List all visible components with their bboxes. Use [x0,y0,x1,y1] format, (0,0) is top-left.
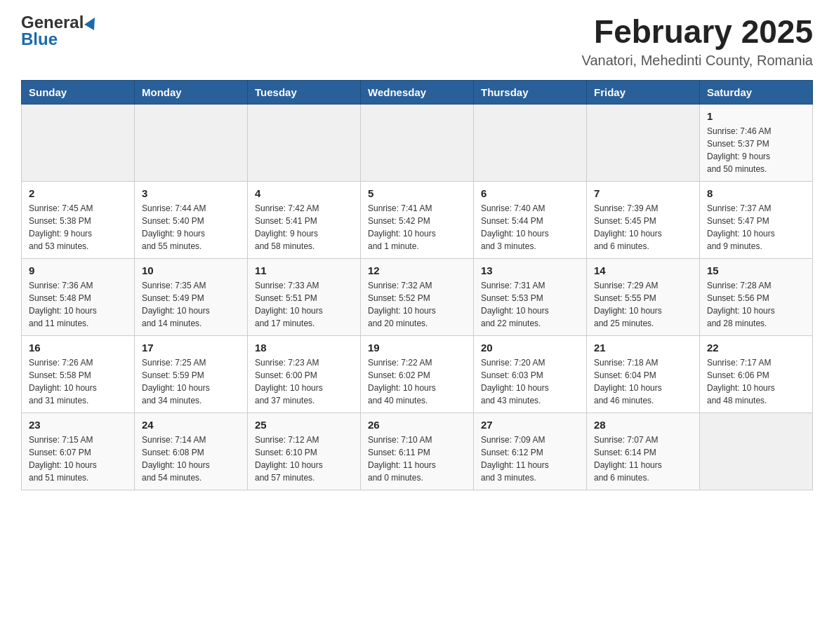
calendar-cell: 11Sunrise: 7:33 AMSunset: 5:51 PMDayligh… [248,258,361,335]
day-info: Sunrise: 7:20 AMSunset: 6:03 PMDaylight:… [481,356,579,407]
calendar-cell: 22Sunrise: 7:17 AMSunset: 6:06 PMDayligh… [700,335,813,412]
day-number: 25 [255,419,353,431]
day-info: Sunrise: 7:29 AMSunset: 5:55 PMDaylight:… [594,279,692,330]
calendar-cell: 24Sunrise: 7:14 AMSunset: 6:08 PMDayligh… [135,412,248,490]
calendar-table: SundayMondayTuesdayWednesdayThursdayFrid… [21,80,813,490]
day-info: Sunrise: 7:45 AMSunset: 5:38 PMDaylight:… [29,202,127,253]
day-number: 21 [594,342,692,354]
day-number: 15 [707,264,805,276]
calendar-cell: 13Sunrise: 7:31 AMSunset: 5:53 PMDayligh… [474,258,587,335]
day-info: Sunrise: 7:09 AMSunset: 6:12 PMDaylight:… [481,434,579,484]
day-info: Sunrise: 7:39 AMSunset: 5:45 PMDaylight:… [594,202,692,253]
day-number: 20 [481,342,579,354]
calendar-cell: 5Sunrise: 7:41 AMSunset: 5:42 PMDaylight… [361,181,474,258]
day-number: 8 [707,187,805,199]
calendar-cell: 10Sunrise: 7:35 AMSunset: 5:49 PMDayligh… [135,258,248,335]
calendar-cell: 9Sunrise: 7:36 AMSunset: 5:48 PMDaylight… [22,258,135,335]
day-info: Sunrise: 7:31 AMSunset: 5:53 PMDaylight:… [481,279,579,330]
day-number: 4 [255,187,353,199]
day-number: 19 [368,342,466,354]
day-number: 12 [368,264,466,276]
day-info: Sunrise: 7:23 AMSunset: 6:00 PMDaylight:… [255,356,353,407]
day-info: Sunrise: 7:15 AMSunset: 6:07 PMDaylight:… [29,434,127,484]
day-number: 23 [29,419,127,431]
day-info: Sunrise: 7:37 AMSunset: 5:47 PMDaylight:… [707,202,805,253]
calendar-cell: 18Sunrise: 7:23 AMSunset: 6:00 PMDayligh… [248,335,361,412]
day-number: 16 [29,342,127,354]
calendar-cell [361,104,474,181]
calendar-cell: 16Sunrise: 7:26 AMSunset: 5:58 PMDayligh… [22,335,135,412]
calendar-cell: 12Sunrise: 7:32 AMSunset: 5:52 PMDayligh… [361,258,474,335]
calendar-cell [248,104,361,181]
calendar-cell: 2Sunrise: 7:45 AMSunset: 5:38 PMDaylight… [22,181,135,258]
day-info: Sunrise: 7:18 AMSunset: 6:04 PMDaylight:… [594,356,692,407]
day-number: 2 [29,187,127,199]
logo: General Blue [21,14,98,48]
calendar-cell: 21Sunrise: 7:18 AMSunset: 6:04 PMDayligh… [587,335,700,412]
day-number: 27 [481,419,579,431]
day-number: 5 [368,187,466,199]
calendar-cell: 6Sunrise: 7:40 AMSunset: 5:44 PMDaylight… [474,181,587,258]
calendar-cell: 14Sunrise: 7:29 AMSunset: 5:55 PMDayligh… [587,258,700,335]
day-number: 9 [29,264,127,276]
calendar-cell: 27Sunrise: 7:09 AMSunset: 6:12 PMDayligh… [474,412,587,490]
day-of-week-header: Monday [135,80,248,104]
calendar-cell: 3Sunrise: 7:44 AMSunset: 5:40 PMDaylight… [135,181,248,258]
calendar-cell: 28Sunrise: 7:07 AMSunset: 6:14 PMDayligh… [587,412,700,490]
calendar-cell: 8Sunrise: 7:37 AMSunset: 5:47 PMDaylight… [700,181,813,258]
day-info: Sunrise: 7:14 AMSunset: 6:08 PMDaylight:… [142,434,240,484]
calendar-cell [135,104,248,181]
logo-triangle-icon [84,15,100,30]
logo-general: General [21,14,98,31]
day-number: 18 [255,342,353,354]
calendar-cell: 19Sunrise: 7:22 AMSunset: 6:02 PMDayligh… [361,335,474,412]
day-info: Sunrise: 7:44 AMSunset: 5:40 PMDaylight:… [142,202,240,253]
day-number: 13 [481,264,579,276]
day-number: 6 [481,187,579,199]
page-header: General Blue February 2025 Vanatori, Meh… [21,14,813,69]
calendar-cell: 1Sunrise: 7:46 AMSunset: 5:37 PMDaylight… [700,104,813,181]
day-of-week-header: Sunday [22,80,135,104]
day-info: Sunrise: 7:42 AMSunset: 5:41 PMDaylight:… [255,202,353,253]
logo-general-text: General [21,14,84,31]
day-info: Sunrise: 7:46 AMSunset: 5:37 PMDaylight:… [707,125,805,175]
calendar-cell: 4Sunrise: 7:42 AMSunset: 5:41 PMDaylight… [248,181,361,258]
day-of-week-header: Thursday [474,80,587,104]
calendar-cell [700,412,813,490]
day-number: 7 [594,187,692,199]
day-info: Sunrise: 7:28 AMSunset: 5:56 PMDaylight:… [707,279,805,330]
calendar-cell: 26Sunrise: 7:10 AMSunset: 6:11 PMDayligh… [361,412,474,490]
calendar-cell [474,104,587,181]
day-number: 11 [255,264,353,276]
day-number: 1 [707,110,805,122]
day-number: 14 [594,264,692,276]
day-number: 24 [142,419,240,431]
calendar-body: 1Sunrise: 7:46 AMSunset: 5:37 PMDaylight… [22,104,813,490]
calendar-cell: 25Sunrise: 7:12 AMSunset: 6:10 PMDayligh… [248,412,361,490]
day-info: Sunrise: 7:35 AMSunset: 5:49 PMDaylight:… [142,279,240,330]
month-title: February 2025 [582,14,813,50]
day-info: Sunrise: 7:26 AMSunset: 5:58 PMDaylight:… [29,356,127,407]
day-of-week-header: Tuesday [248,80,361,104]
calendar-header: SundayMondayTuesdayWednesdayThursdayFrid… [22,80,813,104]
calendar-cell [22,104,135,181]
calendar-cell: 20Sunrise: 7:20 AMSunset: 6:03 PMDayligh… [474,335,587,412]
calendar-cell: 7Sunrise: 7:39 AMSunset: 5:45 PMDaylight… [587,181,700,258]
day-info: Sunrise: 7:10 AMSunset: 6:11 PMDaylight:… [368,434,466,484]
day-of-week-header: Saturday [700,80,813,104]
day-of-week-header: Wednesday [361,80,474,104]
day-number: 26 [368,419,466,431]
day-info: Sunrise: 7:36 AMSunset: 5:48 PMDaylight:… [29,279,127,330]
day-number: 10 [142,264,240,276]
calendar-cell: 17Sunrise: 7:25 AMSunset: 5:59 PMDayligh… [135,335,248,412]
day-number: 3 [142,187,240,199]
day-info: Sunrise: 7:41 AMSunset: 5:42 PMDaylight:… [368,202,466,253]
calendar-cell [587,104,700,181]
calendar-cell: 15Sunrise: 7:28 AMSunset: 5:56 PMDayligh… [700,258,813,335]
day-info: Sunrise: 7:07 AMSunset: 6:14 PMDaylight:… [594,434,692,484]
day-number: 22 [707,342,805,354]
day-info: Sunrise: 7:33 AMSunset: 5:51 PMDaylight:… [255,279,353,330]
location-subtitle: Vanatori, Mehedinti County, Romania [582,53,813,69]
day-of-week-header: Friday [587,80,700,104]
day-info: Sunrise: 7:12 AMSunset: 6:10 PMDaylight:… [255,434,353,484]
